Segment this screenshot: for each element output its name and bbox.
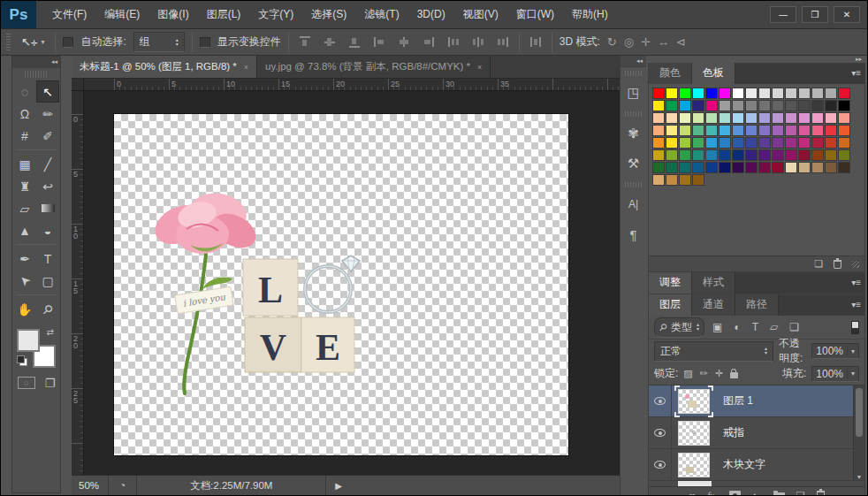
swatch[interactable] xyxy=(745,162,758,173)
document-tab-uyjpg[interactable]: uy.jpg @ 73.8% (背景 副本, RGB/8#/CMYK) * × xyxy=(257,56,491,78)
swatch[interactable] xyxy=(732,162,744,173)
layer-thumbnail[interactable] xyxy=(678,389,710,414)
eraser-tool[interactable]: ▱ xyxy=(13,197,36,219)
scroll-down-icon[interactable]: ▼ xyxy=(854,474,864,480)
swatch[interactable] xyxy=(825,125,837,136)
swatch[interactable] xyxy=(705,100,718,111)
swatch[interactable] xyxy=(745,88,758,99)
swatch[interactable] xyxy=(666,174,678,186)
swatch[interactable] xyxy=(719,112,731,124)
swatch[interactable] xyxy=(652,174,665,186)
swatch[interactable] xyxy=(666,100,678,111)
swatch[interactable] xyxy=(798,162,811,173)
ruler-corner[interactable] xyxy=(72,79,84,91)
swatch[interactable] xyxy=(652,125,665,136)
swatch[interactable] xyxy=(825,88,837,99)
horizontal-ruler[interactable]: 05101520253035 xyxy=(84,79,620,91)
clone-stamp-tool[interactable]: ♜ xyxy=(13,175,36,197)
filter-type-layers-icon[interactable]: T xyxy=(750,321,761,333)
dodge-tool[interactable]: ◒ xyxy=(36,219,59,241)
tab-color[interactable]: 颜色 xyxy=(649,63,692,84)
swatch[interactable] xyxy=(652,149,665,161)
swatch[interactable] xyxy=(745,125,758,136)
strip-grip[interactable] xyxy=(625,111,642,117)
menu-item[interactable]: 选择(S) xyxy=(302,1,355,28)
swatch[interactable] xyxy=(705,162,718,173)
layer-thumbnail[interactable] xyxy=(678,453,710,477)
show-transform-checkbox[interactable] xyxy=(200,37,210,48)
close-tab-icon[interactable]: × xyxy=(244,63,248,72)
patch-tool[interactable]: ▦ xyxy=(13,153,36,175)
character-panel-icon[interactable]: A| xyxy=(621,189,646,219)
close-button[interactable]: ✕ xyxy=(834,6,860,23)
zoom-level-field[interactable]: 50% xyxy=(72,476,109,495)
swatch[interactable] xyxy=(772,162,784,173)
swatch[interactable] xyxy=(705,88,718,99)
panel-menu-icon[interactable]: ▾≡ xyxy=(851,278,860,287)
quick-selection-tool[interactable]: ✏ xyxy=(36,103,59,125)
swatch[interactable] xyxy=(785,162,797,173)
tab-paths[interactable]: 路径 xyxy=(735,294,779,316)
swatch[interactable] xyxy=(652,100,665,111)
swatch[interactable] xyxy=(719,125,731,136)
swatch[interactable] xyxy=(758,100,771,111)
swatch[interactable] xyxy=(785,88,797,99)
swatch[interactable] xyxy=(705,125,718,136)
menu-item[interactable]: 文字(Y) xyxy=(249,1,302,28)
type-tool[interactable]: T xyxy=(36,248,59,270)
swatch[interactable] xyxy=(719,137,731,149)
swatch[interactable] xyxy=(811,125,824,136)
swatch[interactable] xyxy=(679,88,691,99)
panel-resize-grip[interactable] xyxy=(852,261,859,268)
tab-layers[interactable]: 图层 xyxy=(649,294,692,316)
swatch[interactable] xyxy=(838,149,850,161)
lock-transparency-icon[interactable]: ▨ xyxy=(683,368,692,379)
swatch[interactable] xyxy=(666,149,678,161)
lock-all-icon[interactable] xyxy=(730,372,738,378)
swatch[interactable] xyxy=(692,125,704,136)
default-colors-icon[interactable] xyxy=(17,355,27,366)
strip-grip[interactable] xyxy=(625,71,642,76)
swatch[interactable] xyxy=(758,88,771,99)
document-tab-untitled[interactable]: 未标题-1 @ 50% (图层 1, RGB/8) * × xyxy=(72,56,257,78)
auto-select-checkbox[interactable] xyxy=(63,37,73,48)
align-top-edges-icon[interactable] xyxy=(299,36,311,48)
pen-tool[interactable]: ✒ xyxy=(13,248,36,270)
swatch[interactable] xyxy=(732,149,744,161)
swatch[interactable] xyxy=(825,112,837,124)
swatch[interactable] xyxy=(745,149,758,161)
tab-channels[interactable]: 通道 xyxy=(692,294,735,316)
path-selection-tool[interactable]: ➤ xyxy=(13,270,36,292)
blend-mode-dropdown[interactable]: 正常 ▴▾ xyxy=(654,341,773,362)
adjustment-layer-icon[interactable]: ◐▾ xyxy=(752,490,762,496)
close-tab-icon[interactable]: × xyxy=(477,63,482,72)
tab-adjustments[interactable]: 调整 xyxy=(649,272,692,294)
swatch[interactable] xyxy=(798,149,811,161)
swatch[interactable] xyxy=(798,125,811,136)
swatch[interactable] xyxy=(798,137,811,149)
vertical-ruler[interactable]: 0510152025 xyxy=(72,91,84,477)
swatch[interactable] xyxy=(666,125,678,136)
quick-mask-button[interactable]: ◌ xyxy=(18,377,35,389)
swatch[interactable] xyxy=(825,137,837,149)
swatch[interactable] xyxy=(838,88,850,99)
swatch[interactable] xyxy=(758,125,771,136)
swatch[interactable] xyxy=(705,149,718,161)
swatch[interactable] xyxy=(772,88,784,99)
layer-visibility-toggle[interactable] xyxy=(649,449,672,480)
new-layer-icon[interactable]: ❏ xyxy=(796,490,805,496)
swatch[interactable] xyxy=(732,137,744,149)
swatch[interactable] xyxy=(732,112,744,124)
filter-pixel-layers-icon[interactable]: ▣ xyxy=(710,321,725,333)
collapse-dock-icon[interactable]: ▸▸ xyxy=(646,56,867,63)
menu-item[interactable]: 帮助(H) xyxy=(563,1,617,28)
document-size-info[interactable]: 文档:2.25M/7.90M xyxy=(136,476,326,495)
3d-slide-icon[interactable]: ↔ xyxy=(658,35,669,49)
swatch[interactable] xyxy=(785,149,797,161)
3d-roll-icon[interactable]: ◎ xyxy=(624,35,634,49)
swatch[interactable] xyxy=(772,137,784,149)
gradient-tool[interactable] xyxy=(36,197,59,219)
brush-panel-icon[interactable]: ✾ xyxy=(621,118,646,149)
panel-menu-icon[interactable]: ▾≡ xyxy=(851,300,860,309)
crop-tool[interactable]: # xyxy=(13,125,36,147)
